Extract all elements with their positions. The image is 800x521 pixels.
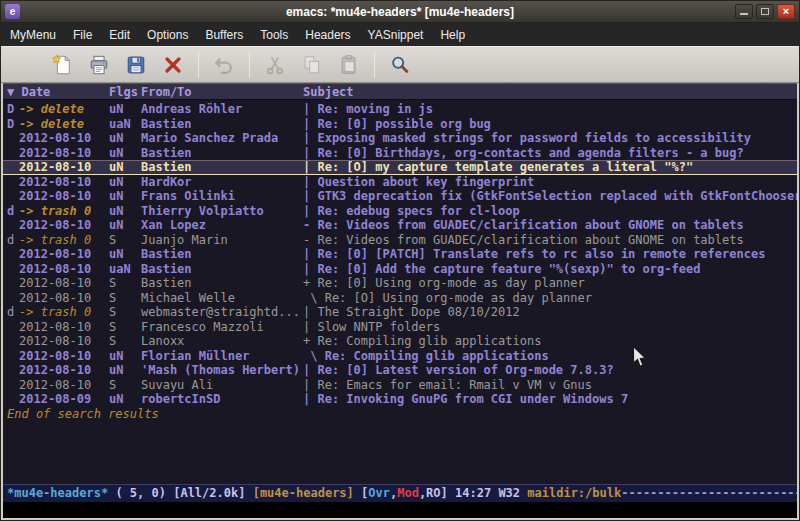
menu-item-file[interactable]: File (73, 28, 92, 42)
message-mark (7, 320, 19, 335)
message-subject: | Re: [0] possible org bug (303, 117, 797, 132)
message-flags: S (109, 276, 141, 291)
copy-icon (301, 54, 323, 76)
message-row[interactable]: 2012-08-10uNHardKor| Question about key … (3, 175, 797, 190)
modeline: *mu4e-headers* ( 5, 0) [All/2.0k] [mu4e-… (3, 484, 797, 502)
message-row[interactable]: 2012-08-10uNBastien| Re: [O] my capture … (3, 160, 797, 175)
menu-item-help[interactable]: Help (440, 28, 465, 42)
message-subject: | Exposing masked strings for password f… (303, 131, 797, 146)
message-row[interactable]: D-> deleteuNAndreas Röhler| Re: moving i… (3, 102, 797, 117)
message-date: 2012-08-10 (19, 160, 109, 175)
message-row[interactable]: 2012-08-10uNFlorian Müllner \ Re: Compil… (3, 349, 797, 364)
message-date: -> delete (19, 102, 109, 117)
message-flags: S (109, 305, 141, 320)
message-date: -> delete (19, 117, 109, 132)
modeline-segment: W32 (498, 486, 527, 500)
modeline-segment: [All/2.0k] (173, 486, 252, 500)
undo-icon (213, 54, 235, 76)
window-title: emacs: *mu4e-headers* [mu4e-headers] (1, 5, 799, 19)
message-from: Thierry Volpiatto (141, 204, 303, 219)
search-button[interactable] (385, 50, 415, 80)
toolbar-separator (198, 52, 199, 78)
maximize-button[interactable] (756, 4, 774, 19)
message-mark: D (7, 102, 19, 117)
message-flags: uN (109, 131, 141, 146)
message-row[interactable]: 2012-08-10SMichael Welle \ Re: [O] Using… (3, 291, 797, 306)
message-from: Bastien (141, 276, 303, 291)
message-row[interactable]: 2012-08-10uNXan Lopez- Re: Videos from G… (3, 218, 797, 233)
message-mark (7, 276, 19, 291)
message-flags: uN (109, 189, 141, 204)
menu-item-edit[interactable]: Edit (109, 28, 130, 42)
menu-item-headers[interactable]: Headers (305, 28, 350, 42)
message-row[interactable]: 2012-08-10uNBastien| Re: [0] Birthdays, … (3, 146, 797, 161)
new-file-button[interactable] (47, 50, 77, 80)
save-icon (125, 54, 147, 76)
toolbar (1, 46, 799, 83)
message-flags: uN (109, 160, 141, 175)
message-from: Bastien (141, 262, 303, 277)
message-from: Bastien (141, 117, 303, 132)
message-from: robertcInSD (141, 392, 303, 407)
message-row[interactable]: d-> trash 0uNThierry Volpiatto| Re: edeb… (3, 204, 797, 219)
emacs-frame: ▼ Date Flgs From/To Subject D-> deleteuN… (1, 83, 799, 520)
message-subject: \ Re: [O] Using org-mode as day planner (303, 291, 797, 306)
close-icon: × (783, 6, 789, 17)
message-row[interactable]: 2012-08-10SLanoxx+ Re: Compiling glib ap… (3, 334, 797, 349)
paste-icon (338, 54, 360, 76)
message-subject: | Re: [O] my capture template generates … (303, 160, 797, 175)
menu-item-buffers[interactable]: Buffers (205, 28, 243, 42)
modeline-segment: Mod (397, 486, 419, 500)
save-button[interactable] (121, 50, 151, 80)
close-button[interactable]: × (777, 4, 795, 19)
message-subject: - Re: Videos from GUADEC/clarification a… (303, 218, 797, 233)
message-row[interactable]: D-> deleteuaNBastien| Re: [0] possible o… (3, 117, 797, 132)
menu-item-options[interactable]: Options (147, 28, 188, 42)
column-header-subject[interactable]: Subject (303, 84, 797, 99)
message-from: Bastien (141, 146, 303, 161)
menu-item-tools[interactable]: Tools (260, 28, 288, 42)
message-row[interactable]: 2012-08-10uN'Mash (Thomas Herbert)| Re: … (3, 363, 797, 378)
message-row[interactable]: 2012-08-10uNFrans Oilinki| GTK3 deprecat… (3, 189, 797, 204)
modeline-segment: ---------------------------------------- (621, 486, 797, 500)
message-subject: + Re: Compiling glib applications (303, 334, 797, 349)
message-row[interactable]: d-> trash 0Swebmaster@straightd...| The … (3, 305, 797, 320)
column-header-date[interactable]: ▼ Date (7, 84, 109, 99)
message-row[interactable]: 2012-08-10SSuvayu Ali| Re: Emacs for ema… (3, 378, 797, 393)
message-row[interactable]: 2012-08-10uaNBastien| Re: [0] Add the ca… (3, 262, 797, 277)
message-subject: | Re: [0] Birthdays, org-contacts and ag… (303, 146, 797, 161)
menu-item-yasnippet[interactable]: YASnippet (368, 28, 424, 42)
message-mark (7, 175, 19, 190)
paste-button (334, 50, 364, 80)
close-button[interactable] (158, 50, 188, 80)
message-mark (7, 334, 19, 349)
message-date: 2012-08-10 (19, 175, 109, 190)
minimize-button[interactable] (735, 4, 753, 19)
message-row[interactable]: 2012-08-10SBastien+ Re: [0] Using org-mo… (3, 276, 797, 291)
message-from: Bastien (141, 247, 303, 262)
column-header-flags[interactable]: Flgs (109, 84, 141, 99)
menu-item-mymenu[interactable]: MyMenu (10, 28, 56, 42)
message-row[interactable]: 2012-08-09uNrobertcInSD| Re: Invoking Gn… (3, 392, 797, 407)
message-row[interactable]: d-> trash 0SJuanjo Marin- Re: Videos fro… (3, 233, 797, 248)
message-flags: S (109, 378, 141, 393)
message-row[interactable]: 2012-08-10uNBastien| Re: [0] [PATCH] Tra… (3, 247, 797, 262)
column-header-from[interactable]: From/To (141, 84, 303, 99)
message-mark: d (7, 305, 19, 320)
message-row[interactable]: 2012-08-10uNMario Sanchez Prada| Exposin… (3, 131, 797, 146)
modeline-segment: *mu4e-headers* (7, 486, 108, 500)
message-subject: | Re: [0] Add the capture feature "%(sex… (303, 262, 797, 277)
message-flags: uN (109, 247, 141, 262)
modeline-segment: [mu4e-headers] (253, 486, 361, 500)
message-mark (7, 363, 19, 378)
message-subject: | Re: [0] Latest version of Org-mode 7.8… (303, 363, 797, 378)
message-row[interactable]: 2012-08-10SFrancesco Mazzoli| Slow NNTP … (3, 320, 797, 335)
emacs-window: e emacs: *mu4e-headers* [mu4e-headers] ×… (0, 0, 800, 521)
message-flags: S (109, 233, 141, 248)
echo-area (3, 502, 797, 518)
print-button[interactable] (84, 50, 114, 80)
message-date: 2012-08-10 (19, 378, 109, 393)
message-from: HardKor (141, 175, 303, 190)
message-mark (7, 392, 19, 407)
message-subject: | Re: Invoking GnuPG from CGI under Wind… (303, 392, 797, 407)
